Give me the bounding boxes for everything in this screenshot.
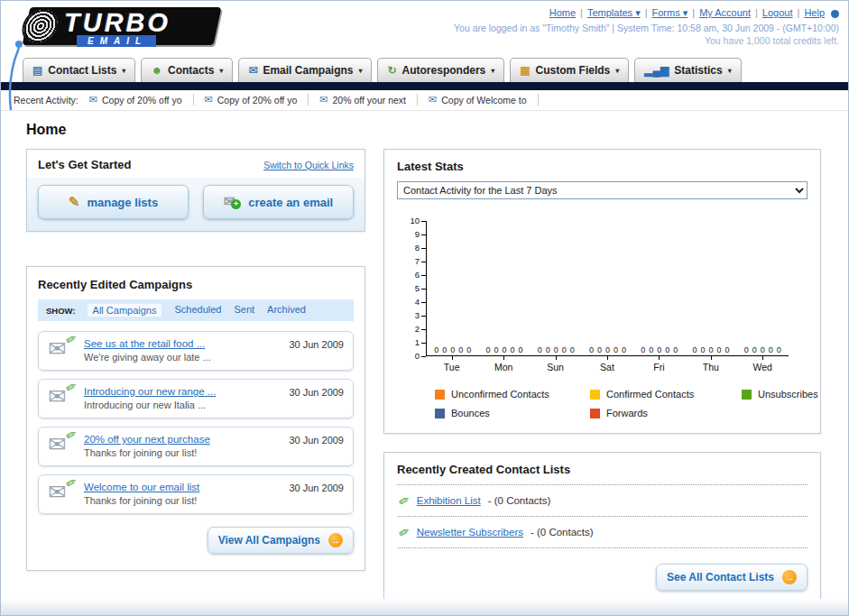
bar-value-label: 0 (673, 345, 678, 354)
filter-all-campaigns[interactable]: All Campaigns (88, 304, 162, 317)
campaign-list-item[interactable]: ✉✎Welcome to our email listThanks for jo… (38, 474, 354, 514)
recently-edited-campaigns-panel: Recently Edited Campaigns SHOW: All Camp… (26, 266, 365, 571)
manage-lists-button[interactable]: ✎ manage lists (38, 185, 189, 219)
campaign-date: 30 Jun 2009 (289, 483, 344, 493)
envelope-pencil-icon: ✉✎ (48, 338, 75, 362)
chevron-down-icon: ▾ (358, 67, 362, 75)
campaign-subtitle: Introducing our new Italia ... (84, 400, 280, 410)
campaign-list-item[interactable]: ✉✎See us at the retail food ...We're giv… (38, 331, 354, 371)
tab-autoresponders[interactable]: ↻Autoresponders▾ (377, 58, 504, 82)
bar-slot: 0 (518, 345, 523, 355)
activity-label: 20% off your next (333, 95, 407, 106)
filter-archived[interactable]: Archived (267, 304, 306, 317)
campaign-list-item[interactable]: ✉✎20% off your next purchaseThanks for j… (38, 427, 354, 466)
contact-list-link[interactable]: Newsletter Subscribers (417, 527, 523, 538)
tab-statistics[interactable]: ▂▄▆Statistics▾ (634, 58, 741, 82)
bar-value-label: 0 (744, 345, 749, 354)
bar-value-label: 0 (649, 345, 653, 354)
header-link-help[interactable]: Help (804, 7, 825, 18)
chevron-down-icon: ▾ (728, 67, 732, 75)
recent-activity-item[interactable]: ✉Copy of Welcome to (429, 94, 539, 106)
x-axis-label: Sun (530, 356, 581, 372)
legend-swatch (590, 409, 600, 418)
get-started-panel: Let's Get Started Switch to Quick Links … (26, 149, 365, 232)
header-link-templates[interactable]: Templates ▾ (587, 7, 641, 18)
filter-scheduled[interactable]: Scheduled (174, 304, 221, 317)
campaign-text: Welcome to our email listThanks for join… (84, 482, 280, 506)
activity-label: Copy of Welcome to (441, 95, 526, 106)
bar-value-label: 0 (657, 345, 661, 354)
switch-quick-links-link[interactable]: Switch to Quick Links (263, 160, 354, 170)
tab-email-campaigns[interactable]: ✉Email Campaigns▾ (238, 58, 372, 82)
recent-activity-item[interactable]: ✉Copy of 20% off yo (205, 94, 309, 106)
header-link-logout[interactable]: Logout (762, 7, 793, 18)
legend-item: Bounces (435, 408, 590, 418)
tab-contact-lists[interactable]: ▤Contact Lists▾ (23, 58, 135, 82)
email-icon: ✉ (429, 94, 437, 106)
help-status-icon (831, 10, 839, 18)
legend-item: Forwards (590, 408, 742, 418)
bar-slot: 0 (752, 345, 757, 355)
logo-text-turbo: TURBO (64, 8, 171, 38)
email-icon: ✉ (205, 94, 213, 106)
bar-slot: 0 (494, 345, 499, 355)
header-right: Home|Templates ▾|Forms ▾|My Account|Logo… (454, 5, 839, 54)
recent-activity-item[interactable]: ✉Copy of 20% off yo (89, 94, 194, 106)
bar-slot: 0 (596, 345, 602, 355)
campaign-subtitle: We're giving away our late ... (84, 352, 280, 363)
see-all-contact-lists-button[interactable]: See All Contact Lists → (656, 564, 807, 591)
contact-list-count: - (0 Contacts) (531, 527, 594, 538)
view-all-campaigns-button[interactable]: View All Campaigns → (208, 527, 354, 554)
filter-sent[interactable]: Sent (234, 304, 254, 317)
stats-period-select[interactable]: Contact Activity for the Last 7 Days (397, 181, 807, 199)
bar-value-label: 0 (466, 345, 471, 354)
email-icon: ✉ (319, 94, 328, 106)
campaign-filters: All CampaignsScheduledSentArchived (88, 304, 306, 317)
tab-label: Contact Lists (48, 64, 116, 77)
tab-custom-fields[interactable]: ▦Custom Fields▾ (510, 58, 629, 82)
pencil-icon: ✎ (396, 493, 412, 507)
campaigns-footer: View All Campaigns → (27, 522, 365, 565)
bar-value-label: 0 (450, 345, 455, 354)
pencil-icon: ✎ (396, 525, 412, 538)
campaign-list-item[interactable]: ✉✎Introducing our new range ...Introduci… (38, 379, 354, 418)
bar-slot: 0 (510, 345, 515, 355)
campaign-title-link[interactable]: Introducing our new range ... (84, 386, 280, 397)
contact-list-link[interactable]: Exhibition List (417, 495, 481, 506)
bar-slot: 0 (649, 345, 654, 355)
recent-contact-lists-panel: Recently Created Contact Lists ✎Exhibiti… (383, 452, 821, 605)
bar-group: 00000 (478, 345, 530, 355)
contact-lists-panel-title: Recently Created Contact Lists (397, 463, 807, 485)
header-link-my-account[interactable]: My Account (699, 7, 751, 18)
bar-slot: 0 (692, 345, 697, 355)
plus-icon: + (231, 199, 241, 209)
campaign-subtitle: Thanks for joining our list! (84, 495, 280, 506)
tab-contacts[interactable]: ☻Contacts▾ (141, 58, 233, 82)
y-axis-label: 3 (415, 311, 420, 320)
header-link-home[interactable]: Home (549, 7, 576, 18)
campaign-filter-bar: SHOW: All CampaignsScheduledSentArchived (38, 299, 354, 321)
x-axis-label: Tue (426, 356, 477, 372)
view-all-campaigns-label: View All Campaigns (218, 534, 320, 547)
recent-activity-item[interactable]: ✉20% off your next (319, 94, 418, 106)
bar-slot: 0 (613, 345, 618, 355)
create-email-button[interactable]: ✉+ create an email (203, 185, 354, 219)
campaign-title-link[interactable]: 20% off your next purchase (84, 434, 280, 445)
bar-slot: 0 (776, 345, 781, 355)
bar-value-label: 0 (709, 345, 714, 354)
header-link-forms[interactable]: Forms ▾ (652, 7, 688, 18)
nav-divider-bar (1, 82, 848, 90)
bar-value-label: 0 (434, 345, 438, 354)
main-content: Let's Get Started Switch to Quick Links … (1, 149, 848, 605)
contact-lists-icon: ▤ (32, 65, 42, 76)
campaign-title-link[interactable]: See us at the retail food ... (84, 338, 280, 349)
contact-list-item: ✎Newsletter Subscribers- (0 Contacts) (397, 517, 807, 548)
link-separator: | (692, 7, 695, 18)
y-axis-label: 7 (415, 257, 420, 266)
campaign-title-link[interactable]: Welcome to our email list (84, 482, 280, 492)
legend-swatch (590, 390, 600, 400)
contact-list-item: ✎Exhibition List- (0 Contacts) (397, 485, 807, 517)
decorative-curve (6, 40, 26, 112)
header: TURBO EMAIL Home|Templates ▾|Forms ▾|My … (1, 1, 848, 56)
bar-value-label: 0 (614, 345, 618, 354)
